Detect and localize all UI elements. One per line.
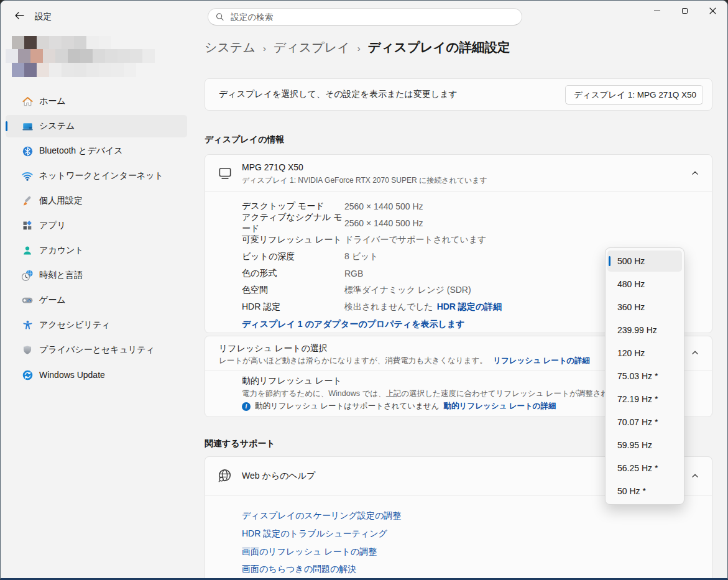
sidebar-item-gaming[interactable]: ゲーム — [6, 289, 187, 311]
breadcrumb-display[interactable]: ディスプレイ — [274, 39, 350, 56]
dynamic-refresh-status: i 動的リフレッシュ レートはサポートされていません 動的リフレッシュ レートの… — [242, 401, 556, 412]
dynamic-refresh-description: 電力を節約するために、Windows では、上記の選択した速度に合わせてリフレッ… — [242, 389, 625, 399]
sidebar-item-personalization[interactable]: 個人用設定 — [6, 190, 187, 212]
web-help-label: Web からのヘルプ — [242, 457, 315, 495]
related-link-hdr-troubleshoot[interactable]: HDR 設定のトラブルシューティング — [242, 527, 387, 540]
rate-option-59[interactable]: 59.95 Hz — [607, 435, 682, 456]
mosaic-cell — [80, 49, 93, 63]
mosaic-cell — [30, 49, 43, 63]
breadcrumb-system[interactable]: システム — [205, 39, 256, 56]
breadcrumb: システム › ディスプレイ › ディスプレイの詳細設定 — [205, 37, 510, 58]
mosaic-cell — [37, 36, 49, 49]
person-icon — [21, 244, 34, 257]
refresh-rate-details-link[interactable]: リフレッシュ レートの詳細 — [493, 356, 590, 365]
sidebar-item-network[interactable]: ネットワークとインターネット — [6, 165, 187, 187]
mosaic-cell — [86, 36, 99, 49]
accessibility-icon — [21, 319, 34, 331]
section-related-support: 関連するサポート — [205, 438, 275, 449]
close-button[interactable] — [699, 1, 727, 21]
sidebar-item-home[interactable]: ホーム — [6, 90, 187, 113]
close-icon — [709, 7, 716, 14]
mosaic-cell — [43, 49, 55, 63]
mosaic-cell — [37, 63, 49, 77]
windows-update-icon — [21, 369, 34, 381]
mosaic-cell — [130, 49, 142, 63]
display-info-expander-header[interactable]: MPG 271Q X50 ディスプレイ 1: NVIDIA GeForce RT… — [205, 155, 712, 192]
back-arrow-icon — [15, 12, 24, 19]
mosaic-cell — [99, 36, 111, 49]
sidebar-item-apps[interactable]: アプリ — [6, 214, 187, 237]
mosaic-cell — [6, 49, 18, 63]
related-link-flicker[interactable]: 画面のちらつきの問題の解決 — [242, 563, 356, 575]
display-select-dropdown[interactable]: ディスプレイ 1: MPG 271Q X50 — [565, 85, 703, 104]
dynamic-refresh-details-link[interactable]: 動的リフレッシュ レートの詳細 — [444, 401, 556, 412]
back-button[interactable] — [9, 6, 29, 25]
profile-redacted-mosaic — [1, 30, 195, 80]
system-icon — [21, 120, 34, 132]
mosaic-cell — [111, 63, 124, 77]
hdr-certification-link[interactable]: HDR 認定の詳細 — [437, 302, 502, 313]
wifi-icon — [21, 170, 34, 182]
sidebar-item-accounts[interactable]: アカウント — [6, 239, 187, 262]
home-icon — [21, 95, 34, 108]
bluetooth-icon — [21, 145, 34, 157]
sidebar-item-windows-update[interactable]: Windows Update — [6, 364, 187, 386]
maximize-button[interactable] — [671, 1, 699, 21]
mosaic-cell — [62, 36, 74, 49]
mosaic-cell — [124, 63, 136, 77]
search-icon — [216, 12, 224, 21]
sidebar-item-privacy[interactable]: プライバシーとセキュリティ — [6, 339, 187, 361]
monitor-icon — [217, 165, 233, 184]
page-title: ディスプレイの詳細設定 — [368, 39, 510, 56]
dynamic-refresh-title: 動的リフレッシュ レート — [242, 374, 342, 387]
related-link-refresh-adjust[interactable]: 画面のリフレッシュ レートの調整 — [242, 545, 377, 558]
globe-search-icon — [216, 467, 233, 487]
selected-indicator — [609, 256, 611, 266]
rate-option-70[interactable]: 70.07 Hz * — [607, 412, 682, 433]
mosaic-cell — [49, 36, 62, 49]
mosaic-cell — [93, 49, 105, 63]
refresh-rate-flyout: 500 Hz 480 Hz 360 Hz 239.99 Hz 120 Hz 75… — [605, 247, 684, 505]
mosaic-cell — [86, 63, 99, 77]
rate-option-75[interactable]: 75.03 Hz * — [607, 366, 682, 387]
sidebar-item-accessibility[interactable]: アクセシビリティ — [6, 314, 187, 336]
info-row: アクティブなシグナル モード2560 × 1440 500 Hz — [242, 214, 699, 231]
mosaic-cell — [105, 49, 117, 63]
mosaic-cell — [142, 49, 155, 63]
breadcrumb-separator: › — [263, 42, 266, 53]
rate-option-50[interactable]: 50 Hz * — [607, 481, 682, 502]
chevron-up-icon — [691, 168, 699, 179]
mosaic-cell — [55, 49, 68, 63]
breadcrumb-separator: › — [357, 42, 361, 53]
mosaic-cell — [12, 36, 24, 49]
info-row: 可変リフレッシュ レートドライバーでサポートされています — [242, 231, 699, 248]
shield-icon — [21, 344, 34, 356]
rate-option-56[interactable]: 56.25 Hz * — [607, 458, 682, 479]
search-box[interactable] — [208, 8, 522, 25]
refresh-rate-title: リフレッシュ レートの選択 — [219, 342, 328, 354]
rate-option-239[interactable]: 239.99 Hz — [607, 320, 682, 341]
settings-window: 設定 ホーム システム Blu — [0, 0, 728, 580]
rate-option-500[interactable]: 500 Hz — [607, 251, 682, 272]
mosaic-cell — [24, 63, 37, 77]
mosaic-cell — [74, 63, 86, 77]
brush-icon — [21, 195, 34, 207]
sidebar-item-system[interactable]: システム — [6, 115, 187, 137]
chevron-up-icon[interactable] — [691, 348, 699, 359]
rate-option-72[interactable]: 72.19 Hz * — [607, 389, 682, 410]
sidebar-item-bluetooth[interactable]: Bluetooth とデバイス — [6, 140, 187, 162]
rate-option-480[interactable]: 480 Hz — [607, 274, 682, 295]
minimize-button[interactable] — [643, 1, 671, 21]
info-icon: i — [242, 402, 251, 411]
mosaic-cell — [74, 36, 86, 49]
search-input[interactable] — [229, 12, 514, 22]
rate-option-120[interactable]: 120 Hz — [607, 343, 682, 364]
selected-indicator — [6, 121, 7, 131]
mosaic-cell — [12, 63, 24, 77]
clock-globe-icon — [21, 269, 34, 282]
rate-option-360[interactable]: 360 Hz — [607, 297, 682, 318]
mosaic-cell — [62, 63, 74, 77]
sidebar-item-time-language[interactable]: 時刻と言語 — [6, 264, 187, 287]
related-link-scaling[interactable]: ディスプレイのスケーリング設定の調整 — [242, 509, 401, 522]
mosaic-cell — [117, 49, 130, 63]
